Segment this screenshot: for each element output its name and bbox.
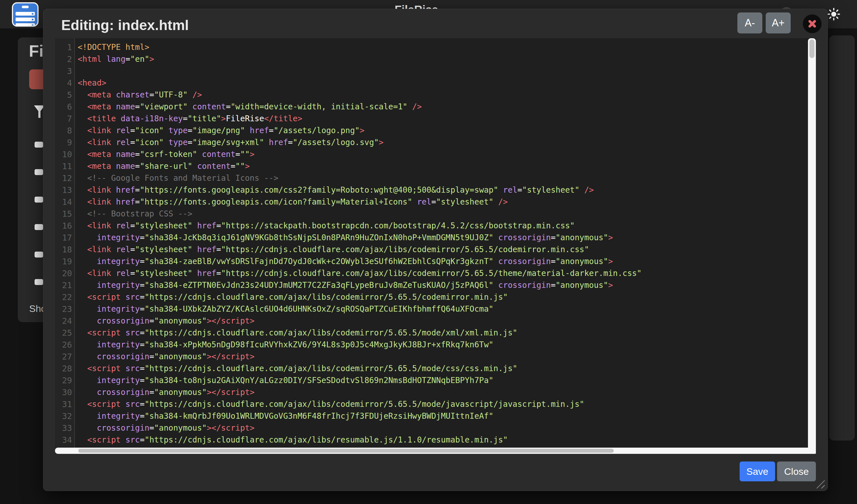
file-checkbox[interactable]	[35, 279, 43, 285]
modal-title: Editing: index.html	[61, 17, 189, 33]
code-line[interactable]: integrity="sha384-JcKb8q3iqJ61gNV9KGb8th…	[78, 232, 808, 244]
line-number: 2	[55, 53, 74, 65]
line-number: 30	[55, 386, 74, 398]
line-number: 25	[55, 327, 74, 339]
line-number: 3	[55, 65, 74, 77]
line-number: 32	[55, 410, 74, 422]
line-number: 6	[55, 101, 74, 113]
resize-handle-icon[interactable]	[816, 480, 825, 488]
code-line[interactable]: integrity="sha384-eZTPTN0EvJdn23s24UDYJm…	[78, 279, 808, 291]
code-line[interactable]: <!-- Bootstrap CSS -->	[78, 208, 808, 220]
line-number: 20	[55, 267, 74, 279]
code-line[interactable]: <meta name="viewport" content="width=dev…	[78, 101, 808, 113]
code-line[interactable]: <script src="https://cdnjs.cloudflare.co…	[78, 363, 808, 375]
code-line[interactable]: integrity="sha384-xPpkMo5nDgD98fIcuRVYhx…	[78, 339, 808, 351]
font-decrease-button[interactable]: A-	[737, 13, 762, 33]
line-number: 26	[55, 339, 74, 351]
line-number: 9	[55, 137, 74, 149]
logo-bar	[16, 23, 35, 27]
filerise-logo-icon[interactable]	[12, 2, 38, 27]
line-number: 15	[55, 208, 74, 220]
save-button[interactable]: Save	[740, 462, 775, 481]
files-panel-title: Fi	[29, 41, 44, 60]
vertical-scrollbar-thumb[interactable]	[809, 39, 814, 58]
logo-handle	[22, 6, 29, 8]
line-number: 18	[55, 244, 74, 256]
modal-close-button[interactable]	[803, 15, 822, 33]
line-number: 10	[55, 149, 74, 160]
code-line[interactable]: <!DOCTYPE html>	[78, 41, 808, 53]
line-number: 17	[55, 232, 74, 244]
code-line[interactable]: integrity="sha384-zaeBlB/vwYsDRSlFajnDd7…	[78, 256, 808, 267]
code-line[interactable]: <script src="https://cdnjs.cloudflare.co…	[78, 434, 808, 446]
file-checkbox[interactable]	[35, 142, 43, 147]
line-number: 24	[55, 315, 74, 327]
right-panel	[829, 35, 855, 440]
code-line[interactable]: <meta charset="UTF-8" />	[78, 89, 808, 101]
code-line[interactable]: <link rel="stylesheet" href="https://cdn…	[78, 267, 808, 279]
code-line[interactable]: <link rel="stylesheet" href="https://sta…	[78, 220, 808, 232]
code-line[interactable]: <link rel="icon" type="image/png" href="…	[78, 125, 808, 137]
line-number: 7	[55, 113, 74, 125]
code-line[interactable]: <link rel="icon" type="image/svg+xml" hr…	[78, 137, 808, 149]
code-line[interactable]	[78, 65, 808, 77]
code-line[interactable]: <meta name="csrf-token" content="">	[78, 149, 808, 160]
line-number: 5	[55, 89, 74, 101]
code-line[interactable]: integrity="sha384-UXbkZAbZYZ/KCAslc6UO4d…	[78, 303, 808, 315]
line-number: 23	[55, 303, 74, 315]
logo-bar	[16, 12, 35, 16]
horizontal-scrollbar-thumb[interactable]	[78, 449, 614, 453]
font-increase-button[interactable]: A+	[766, 13, 791, 33]
line-number: 1	[55, 41, 74, 53]
code-line[interactable]: integrity="sha384-kmQrbJf09Uo1WRLMDVGoVG…	[78, 410, 808, 422]
code-line[interactable]: crossorigin="anonymous"></script>	[78, 351, 808, 363]
code-line[interactable]: crossorigin="anonymous"></script>	[78, 422, 808, 434]
code-line[interactable]: crossorigin="anonymous"></script>	[78, 315, 808, 327]
code-line[interactable]: <!-- Google Fonts and Material Icons -->	[78, 172, 808, 184]
line-number: 11	[55, 160, 74, 172]
code-line[interactable]: <script src="https://cdnjs.cloudflare.co…	[78, 327, 808, 339]
code-line[interactable]: <meta name="share-url" content="">	[78, 160, 808, 172]
code-line[interactable]: <html lang="en">	[78, 53, 808, 65]
line-number: 8	[55, 125, 74, 137]
file-checkbox[interactable]	[35, 197, 43, 203]
close-button[interactable]: Close	[777, 462, 816, 481]
code-line[interactable]: <script src="https://cdnjs.cloudflare.co…	[78, 398, 808, 410]
line-number: 4	[55, 77, 74, 89]
scrollbar-corner	[808, 448, 816, 454]
file-checkbox[interactable]	[35, 251, 43, 258]
line-number: 33	[55, 422, 74, 434]
file-checkbox[interactable]	[35, 169, 43, 175]
line-number: 28	[55, 363, 74, 375]
line-number: 27	[55, 351, 74, 363]
code-line[interactable]: <link rel="stylesheet" href="https://cdn…	[78, 244, 808, 256]
code-line[interactable]: integrity="sha384-to8njsu2GAiXQnY/aLGzz0…	[78, 375, 808, 386]
line-number: 16	[55, 220, 74, 232]
line-number: 19	[55, 256, 74, 267]
line-number: 13	[55, 184, 74, 196]
line-number: 34	[55, 434, 74, 446]
line-number: 22	[55, 291, 74, 303]
gutter: 1234567891011121314151617181920212223242…	[55, 38, 75, 454]
line-number: 31	[55, 398, 74, 410]
line-number: 12	[55, 172, 74, 184]
code-line[interactable]: <link href="https://fonts.googleapis.com…	[78, 184, 808, 196]
code-line[interactable]: <title data-i18n-key="title">FileRise</t…	[78, 113, 808, 125]
code-line[interactable]: <link href="https://fonts.googleapis.com…	[78, 196, 808, 208]
horizontal-scrollbar[interactable]	[55, 448, 808, 454]
code-line[interactable]: <head>	[78, 77, 808, 89]
code-line[interactable]: <script src="https://cdnjs.cloudflare.co…	[78, 291, 808, 303]
code-editor[interactable]: 1234567891011121314151617181920212223242…	[55, 38, 816, 454]
line-number: 29	[55, 375, 74, 386]
line-number: 14	[55, 196, 74, 208]
code-lines[interactable]: <!DOCTYPE html><html lang="en"><head> <m…	[78, 38, 808, 454]
line-number: 21	[55, 279, 74, 291]
code-line[interactable]: crossorigin="anonymous"></script>	[78, 386, 808, 398]
logo-bar	[16, 18, 35, 21]
file-checkbox[interactable]	[35, 224, 43, 230]
theme-toggle-sun-icon[interactable]	[827, 8, 840, 21]
editor-modal: Editing: index.html A- A+ 12345678910111…	[43, 9, 828, 491]
vertical-scrollbar[interactable]	[808, 38, 816, 454]
